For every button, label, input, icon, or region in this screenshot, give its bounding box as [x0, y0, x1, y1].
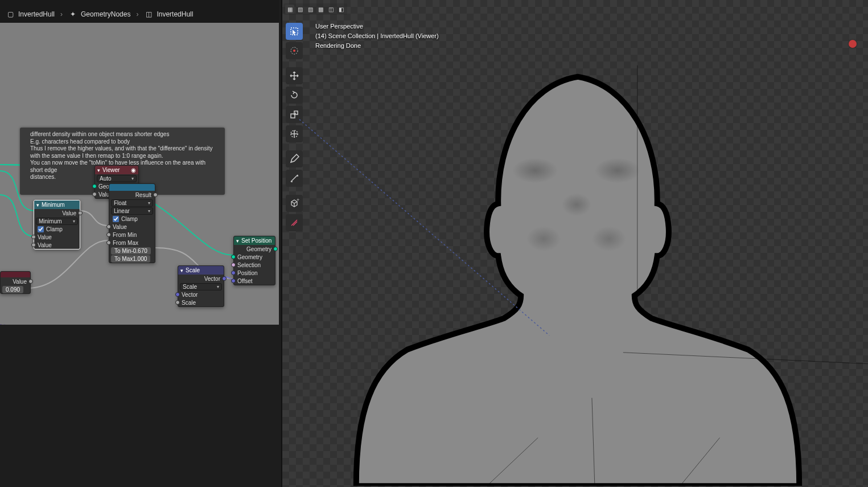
collapse-icon: ▾ — [180, 268, 183, 273]
socket-label: Geometry — [246, 246, 271, 252]
socket-label: Value — [38, 242, 52, 248]
maprange-interp-dropdown[interactable]: Linear▾ — [111, 207, 153, 215]
tool-shear[interactable] — [286, 214, 303, 231]
clamp-checkbox[interactable]: Clamp — [38, 226, 63, 232]
breadcrumb-label: GeometryNodes — [81, 10, 130, 18]
tool-rotate[interactable] — [286, 87, 303, 104]
orientation-normal-icon[interactable]: ▨ — [306, 5, 315, 14]
breadcrumb-item-modifier[interactable]: ✦ GeometryNodes — [68, 10, 130, 19]
node-minimum[interactable]: ▾ Minimum Value Minimum▾ Clamp — [34, 200, 80, 249]
viewport-info: User Perspective (14) Scene Collection |… — [315, 22, 439, 51]
node-title: Set Position — [241, 238, 271, 244]
clamp-checkbox[interactable]: Clamp — [113, 216, 138, 222]
object-icon: ▢ — [6, 10, 15, 19]
breadcrumb-label: InvertedHull — [157, 10, 193, 18]
svg-point-10 — [562, 193, 591, 216]
value-field[interactable]: 0.090 — [2, 286, 23, 293]
svg-point-3 — [293, 50, 295, 52]
breadcrumb-item-object[interactable]: ▢ InvertedHull — [6, 10, 55, 19]
node-canvas[interactable]: different density within one object mean… — [0, 23, 279, 325]
node-title: Minimum — [42, 202, 65, 208]
socket-label: Vector — [204, 276, 220, 282]
socket-label: Offset — [237, 278, 253, 284]
collapse-icon: ▾ — [236, 238, 239, 244]
tool-select-box[interactable] — [286, 23, 303, 40]
breadcrumb-label: InvertedHull — [18, 10, 55, 18]
socket-label: Value — [13, 279, 27, 285]
svg-line-18 — [299, 120, 549, 335]
socket-label: From Min — [113, 232, 137, 238]
viewport-status: Rendering Done — [315, 41, 439, 51]
modifier-icon: ✦ — [68, 10, 77, 19]
svg-point-9 — [595, 158, 640, 183]
record-indicator-icon — [849, 40, 857, 48]
to-min-field[interactable]: To Min -0.670 — [111, 247, 151, 255]
node-editor-footer-area — [0, 325, 279, 487]
tool-add-cube[interactable]: + — [286, 195, 303, 212]
tool-measure[interactable] — [286, 170, 303, 187]
chevron-right-icon: › — [58, 10, 65, 18]
svg-text:+: + — [297, 198, 299, 203]
math-op-dropdown[interactable]: Minimum▾ — [36, 218, 78, 225]
viewer-datatype-dropdown[interactable]: Auto▾ — [97, 175, 137, 182]
socket-label: Position — [237, 270, 258, 276]
orientation-global-icon[interactable]: ▦ — [285, 5, 294, 14]
orientation-view-icon[interactable]: ◫ — [326, 5, 335, 14]
frame-line: different density within one object mean… — [30, 131, 215, 138]
socket-label: Geometry — [237, 254, 262, 260]
node-map-range[interactable]: Result Float▾ Linear▾ Clamp — [109, 183, 155, 263]
svg-line-16 — [487, 437, 538, 486]
vecmath-op-dropdown[interactable]: Scale▾ — [180, 283, 222, 290]
orientation-cursor-icon[interactable]: ◧ — [336, 5, 345, 14]
frame-line: Thus I remove the higher values, and wit… — [30, 145, 215, 153]
socket-label: Value — [62, 210, 76, 216]
socket-label: Vector — [182, 292, 198, 298]
maprange-type-dropdown[interactable]: Float▾ — [111, 199, 153, 207]
socket-label: Selection — [237, 262, 261, 268]
node-vector-scale[interactable]: ▾ Scale Vector Scale▾ Vector — [178, 265, 224, 307]
node-title: Viewer — [102, 167, 120, 173]
collapse-icon: ▾ — [36, 202, 39, 208]
viewport-collection: (14) Scene Collection | InvertedHull (Vi… — [315, 31, 439, 41]
socket-label: From Max — [113, 240, 138, 246]
svg-line-15 — [592, 398, 595, 486]
orientation-local-icon[interactable]: ▧ — [295, 5, 305, 14]
svg-line-14 — [623, 353, 868, 364]
tool-move[interactable] — [286, 67, 303, 84]
tool-annotate[interactable] — [286, 150, 303, 167]
socket-label: Value — [113, 224, 127, 230]
svg-point-8 — [512, 158, 558, 183]
viewport-mesh — [282, 0, 868, 486]
nodegroup-icon: ◫ — [144, 10, 153, 19]
breadcrumb-item-nodegroup[interactable]: ◫ InvertedHull — [144, 10, 193, 19]
svg-line-17 — [680, 437, 720, 486]
node-title: Scale — [186, 267, 200, 273]
tool-transform[interactable] — [286, 125, 303, 142]
svg-point-11 — [526, 226, 561, 251]
tool-cursor[interactable] — [286, 42, 303, 59]
orientation-gimbal-icon[interactable]: ▩ — [316, 5, 325, 14]
svg-point-12 — [592, 226, 626, 251]
socket-label: Result — [135, 192, 151, 198]
node-set-position[interactable]: ▾ Set Position Geometry Geometry Selecti… — [233, 236, 275, 285]
to-max-field[interactable]: To Max 1.000 — [111, 255, 150, 263]
node-value-small[interactable]: Value 0.090 — [0, 271, 31, 294]
breadcrumb: ▢ InvertedHull › ✦ GeometryNodes › ◫ Inv… — [0, 9, 193, 20]
frame-line: E.g. characters head compared to body — [30, 138, 215, 146]
frame-line: with the same value I then remap to 1:0 … — [30, 153, 215, 160]
transform-orientation-icons: ▦ ▧ ▨ ▩ ◫ ◧ — [283, 3, 347, 15]
tool-palette: + — [286, 23, 303, 231]
socket-label: Value — [38, 234, 52, 240]
viewport-perspective: User Perspective — [315, 22, 439, 31]
collapse-icon: ▾ — [97, 167, 100, 173]
chevron-right-icon: › — [134, 10, 141, 18]
node-editor-area: ▢ InvertedHull › ✦ GeometryNodes › ◫ Inv… — [0, 0, 279, 487]
socket-label: Scale — [182, 300, 196, 306]
tool-scale[interactable] — [286, 106, 303, 123]
viewport-3d[interactable]: ▦ ▧ ▨ ▩ ◫ ◧ User Perspective (14) Scene … — [281, 0, 868, 487]
viewer-eye-icon[interactable]: ◉ — [131, 167, 136, 173]
